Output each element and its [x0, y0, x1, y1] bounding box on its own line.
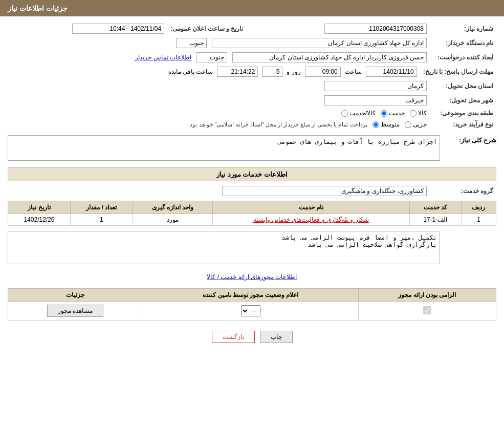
deadline-info-table: مهلت ارسال پاسخ: تا تاریخ: ساعت روز و سا… [8, 65, 496, 79]
page-header: جزئیات اطلاعات نیاز [0, 0, 504, 16]
purchase-type-table: نوع فرآیند خرید: جزیی متوسط پرداخت تمام … [8, 119, 496, 130]
general-desc-container: اجرای طرح مبارزه با آفات و بیماری های عم… [8, 135, 440, 162]
deadline-days-label: روز و [287, 68, 300, 75]
service-group-label: گروه خدمت: [430, 184, 496, 198]
deadline-days-input[interactable] [262, 67, 282, 77]
action-buttons: چاپ بازگشت [8, 323, 496, 351]
perm-col-required: الزامی بودن ارائه مجوز [358, 289, 496, 302]
service-group-value [8, 184, 430, 198]
back-button[interactable]: بازگشت [212, 331, 255, 343]
general-desc-textarea[interactable]: اجرای طرح مبارزه با آفات و بیماری های عم… [8, 135, 440, 161]
province-info-table: استان محل تحویل: [8, 79, 496, 93]
perm-details-cell: مشاهده مجوز [8, 302, 143, 321]
deadline-date-input[interactable] [366, 67, 417, 77]
perm-status-cell: -- [143, 302, 358, 321]
service-group-table: گروه خدمت: [8, 184, 496, 198]
city-info-table: شهر محل تحویل: [8, 93, 496, 108]
creator-input[interactable] [232, 52, 427, 62]
print-button[interactable]: چاپ [260, 331, 293, 343]
permission-row: -- مشاهده مجوز [8, 302, 496, 321]
perm-col-status: اعلام وضعیت مجوز توسط نامین کننده [143, 289, 358, 302]
deadline-remaining-label: ساعت باقی مانده [168, 68, 213, 75]
main-content: شماره نیاز: تاریخ و ساعت اعلان عمومی: نا… [0, 16, 504, 356]
city-input[interactable] [324, 95, 427, 105]
deadline-value: ساعت روز و ساعت باقی مانده [8, 65, 420, 79]
row-code: الف-1-17 [409, 214, 461, 226]
row-qty: 1 [70, 214, 133, 226]
row-unit: مورد [133, 214, 212, 226]
buyer-notes-section: تکمیل ،مهر و امضا فرم پیوست الزامی می با… [8, 231, 496, 266]
table-row: 1 الف-1-17 شکار و تله‌گذاری و فعالیت‌های… [8, 214, 496, 226]
header-info-table: شماره نیاز: تاریخ و ساعت اعلان عمومی: [8, 22, 496, 36]
permissions-table: الزامی بودن ارائه مجوز اعلام وضعیت مجوز … [8, 288, 496, 321]
announce-date-label: تاریخ و ساعت اعلان عمومی: [167, 22, 253, 36]
perm-required-cell [358, 302, 496, 321]
purchase-type-note: پرداخت تمام یا بخشی از مبلغ خریدار از مح… [188, 121, 367, 128]
service-section-title: اطلاعات خدمات مورد نیاز [8, 167, 496, 181]
buyer-notes-label [445, 231, 496, 232]
deadline-label: مهلت ارسال پاسخ: تا تاریخ: [420, 65, 496, 79]
permissions-section: الزامی بودن ارائه مجوز اعلام وضعیت مجوز … [8, 288, 496, 321]
general-desc-section: شرح کلی نیاز: اجرای طرح مبارزه با آفات و… [8, 135, 496, 162]
buyer-org-value [8, 36, 430, 50]
category-kala-option[interactable]: کالا [410, 110, 427, 117]
creator-region-input[interactable] [196, 52, 227, 62]
perm-required-checkbox [423, 306, 431, 314]
province-label: استان محل تحویل: [430, 79, 496, 93]
category-value: کالا خدمت کالا/خدمت [8, 108, 430, 119]
city-label: شهر محل تحویل: [430, 93, 496, 108]
creator-info-table: ایجاد کننده درخواست: اطلاعات تماس خریدار [8, 50, 496, 65]
purchase-type-label: نوع فرآیند خرید: [430, 119, 496, 130]
purchase-type-value: جزیی متوسط پرداخت تمام یا بخشی از مبلغ خ… [8, 119, 430, 130]
col-date: تاریخ نیاز [8, 201, 71, 214]
page-wrapper: جزئیات اطلاعات نیاز شماره نیاز: تاریخ و … [0, 0, 504, 448]
announce-date-input[interactable] [72, 24, 164, 34]
col-unit: واحد اندازه گیری [133, 201, 212, 214]
buyer-notes-textarea[interactable]: تکمیل ،مهر و امضا فرم پیوست الزامی می با… [8, 231, 440, 264]
buyer-org-input[interactable] [212, 38, 427, 48]
creator-label: ایجاد کننده درخواست: [430, 50, 496, 65]
province-input[interactable] [324, 81, 427, 91]
perm-status-select[interactable]: -- [241, 305, 260, 316]
buyer-region-input[interactable] [176, 38, 207, 48]
need-number-label: شماره نیاز: [430, 22, 496, 36]
general-desc-label: شرح کلی نیاز: [445, 135, 496, 144]
buyer-notes-container: تکمیل ،مهر و امضا فرم پیوست الزامی می با… [8, 231, 440, 266]
page-title: جزئیات اطلاعات نیاز [8, 4, 68, 12]
buyer-org-label: نام دستگاه خریدار: [430, 36, 496, 50]
announce-date-value [8, 22, 167, 36]
row-number: 1 [461, 214, 496, 226]
perm-col-details: جزئیات [8, 289, 143, 302]
purchase-motovaset-option[interactable]: متوسط [372, 121, 400, 128]
category-kala-khedmat-option[interactable]: کالا/خدمت [341, 110, 376, 117]
row-name-link[interactable]: شکار و تله‌گذاری و فعالیت‌های خدماتی واب… [253, 216, 369, 223]
need-number-value [253, 22, 430, 36]
buyer-info-table: نام دستگاه خریدار: [8, 36, 496, 50]
service-group-input[interactable] [222, 186, 427, 196]
row-name: شکار و تله‌گذاری و فعالیت‌های خدماتی واب… [213, 214, 410, 226]
creator-contact-link[interactable]: اطلاعات تماس خریدار [135, 54, 191, 61]
col-code: کد خدمت [409, 201, 461, 214]
category-label: طبقه بندی موضوعی: [430, 108, 496, 119]
view-permit-button[interactable]: مشاهده مجوز [47, 305, 103, 317]
col-qty: تعداد / مقدار [70, 201, 133, 214]
deadline-time-label: ساعت [345, 68, 362, 75]
permission-section-link[interactable]: اطلاعات مجوزهای ارائه خدمت / کالا [8, 271, 496, 283]
row-date: 1402/12/26 [8, 214, 71, 226]
col-name: نام خدمت [213, 201, 410, 214]
city-value [8, 93, 430, 108]
services-table: ردیف کد خدمت نام خدمت واحد اندازه گیری ت… [8, 201, 496, 226]
category-info-table: طبقه بندی موضوعی: کالا خدمت کالا/خدمت [8, 108, 496, 119]
deadline-time-input[interactable] [305, 67, 341, 77]
purchase-jozii-option[interactable]: جزیی [405, 121, 427, 128]
col-row: ردیف [461, 201, 496, 214]
province-value [8, 79, 430, 93]
creator-value: اطلاعات تماس خریدار [8, 50, 430, 65]
category-khedmat-option[interactable]: خدمت [381, 110, 405, 117]
need-number-input[interactable] [324, 24, 427, 34]
deadline-remaining-input[interactable] [217, 67, 258, 77]
